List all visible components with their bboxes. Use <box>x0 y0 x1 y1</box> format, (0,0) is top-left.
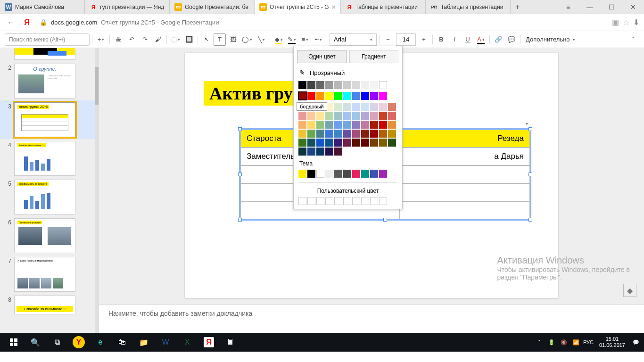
slide-thumb[interactable]: Участие группы в мероприятиях <box>14 257 75 292</box>
custom-swatch[interactable] <box>316 197 324 205</box>
font-size-input[interactable]: 14 <box>396 33 416 46</box>
color-swatch[interactable] <box>334 81 342 89</box>
color-swatch[interactable] <box>370 92 378 100</box>
menu-search-input[interactable]: Поиск по меню (Alt+/) <box>5 33 90 46</box>
yandex-taskbar[interactable]: Я <box>198 333 220 352</box>
slide-thumb[interactable]: Спасибо за внимание!!! <box>14 296 75 314</box>
action-center-icon[interactable]: 💬 <box>631 337 641 347</box>
image-tool[interactable]: 🖼 <box>227 33 239 46</box>
browser-tab-active[interactable]: ▭Отчет группы 2Ст5 - G× <box>255 0 341 14</box>
italic-button[interactable]: I <box>448 33 461 46</box>
explore-button[interactable]: ◆ <box>623 284 636 297</box>
color-swatch[interactable] <box>343 92 351 100</box>
color-swatch[interactable] <box>352 121 360 129</box>
slide-panel[interactable]: 2 О группе. Lorem ipsum dolor sit amet c… <box>0 48 99 333</box>
table-cell[interactable]: Резеда <box>400 130 530 148</box>
color-swatch[interactable] <box>325 92 333 100</box>
color-swatch[interactable] <box>298 112 306 120</box>
custom-swatch[interactable] <box>343 197 351 205</box>
color-swatch[interactable] <box>352 81 360 89</box>
slide-thumb-wrap[interactable]: 2 О группе. Lorem ipsum dolor sit amet c… <box>0 62 99 100</box>
insert-comment-button[interactable]: 💬 <box>505 33 518 46</box>
custom-swatch[interactable] <box>379 197 387 205</box>
explorer-taskbar[interactable]: 📁 <box>133 333 155 352</box>
textbox-tool[interactable]: T <box>214 33 226 46</box>
clock[interactable]: 15:01 01.06.2017 <box>595 336 629 348</box>
table-cell[interactable]: а Дарья <box>400 148 530 165</box>
additional-menu[interactable]: Дополнительно▾ <box>523 36 578 43</box>
table-cell[interactable] <box>400 183 530 201</box>
color-swatch[interactable] <box>370 139 378 147</box>
color-swatch[interactable] <box>307 112 315 120</box>
color-swatch[interactable] <box>379 81 387 89</box>
color-swatch[interactable] <box>370 103 378 111</box>
color-swatch[interactable] <box>316 121 324 129</box>
color-swatch[interactable] <box>370 121 378 129</box>
insert-link-button[interactable]: 🔗 <box>492 33 504 46</box>
slide-thumb[interactable] <box>14 48 75 60</box>
color-swatch[interactable] <box>379 112 387 120</box>
color-swatch[interactable] <box>307 92 315 100</box>
color-swatch[interactable] <box>298 121 306 129</box>
zoom-button[interactable]: ⬚▾ <box>169 33 182 46</box>
tab-gradient[interactable]: Градиент <box>349 50 398 63</box>
yandex-browser-taskbar[interactable]: Y <box>68 333 90 352</box>
color-swatch[interactable] <box>343 112 351 120</box>
redo-button[interactable]: ↷ <box>139 33 151 46</box>
color-swatch[interactable] <box>307 130 315 138</box>
border-color-button[interactable]: ✎▾ <box>286 33 298 46</box>
edge-taskbar[interactable]: e <box>90 333 111 352</box>
color-swatch[interactable] <box>343 130 351 138</box>
color-swatch[interactable] <box>370 112 378 120</box>
task-view-button[interactable]: ⧉ <box>46 333 68 352</box>
fill-color-button[interactable]: ◆▾ <box>272 33 285 46</box>
color-swatch[interactable] <box>334 170 342 178</box>
color-swatch[interactable] <box>361 103 369 111</box>
color-swatch[interactable] <box>379 139 387 147</box>
slide-thumb[interactable]: Успеваемость за семестр <box>14 180 75 214</box>
word-taskbar[interactable]: W <box>155 333 176 352</box>
start-button[interactable] <box>3 333 25 352</box>
color-swatch[interactable] <box>307 170 315 178</box>
border-dash-button[interactable]: ┅▾ <box>312 33 324 46</box>
color-swatch[interactable] <box>316 92 324 100</box>
maximize-button[interactable]: ☐ <box>601 0 622 14</box>
color-swatch[interactable] <box>388 112 396 120</box>
color-swatch[interactable] <box>343 139 351 147</box>
scrollbar[interactable] <box>95 48 99 333</box>
color-swatch[interactable] <box>370 130 378 138</box>
color-swatch[interactable] <box>370 81 378 89</box>
slide-thumb-wrap[interactable] <box>0 48 99 62</box>
color-swatch[interactable] <box>334 148 342 156</box>
yandex-logo-icon[interactable]: Я <box>21 16 33 29</box>
color-swatch[interactable] <box>325 121 333 129</box>
color-swatch[interactable] <box>343 170 351 178</box>
color-swatch[interactable] <box>298 139 306 147</box>
color-swatch[interactable] <box>352 139 360 147</box>
color-swatch[interactable] <box>334 121 342 129</box>
underline-button[interactable]: U <box>462 33 474 46</box>
color-swatch[interactable] <box>343 81 351 89</box>
custom-swatch[interactable] <box>298 197 306 205</box>
color-swatch[interactable] <box>316 81 324 89</box>
slide-thumb-wrap[interactable]: 4 Количество за семестр <box>0 139 99 178</box>
custom-swatch[interactable] <box>325 197 333 205</box>
back-button[interactable]: ← <box>5 16 17 29</box>
browser-tab[interactable]: ▭Google Презентации: бе <box>170 0 255 14</box>
color-swatch[interactable] <box>298 170 306 178</box>
color-swatch[interactable] <box>298 92 306 100</box>
color-swatch[interactable] <box>361 130 369 138</box>
slide-thumb[interactable]: О группе. Lorem ipsum dolor sit amet con… <box>14 64 75 99</box>
language-indicator[interactable]: РУС <box>583 339 594 345</box>
slide-thumb-wrap[interactable]: 6 Принимали участие <box>0 216 99 255</box>
color-swatch[interactable] <box>325 148 333 156</box>
slide-thumb[interactable]: Принимали участие <box>14 218 75 253</box>
slide-thumb-wrap[interactable]: 7 Участие группы в мероприятиях <box>0 255 99 294</box>
select-tool[interactable]: ↖ <box>200 33 213 46</box>
color-swatch[interactable] <box>334 92 342 100</box>
color-swatch[interactable] <box>361 81 369 89</box>
color-swatch[interactable] <box>316 170 324 178</box>
tab-solid-color[interactable]: Один цвет <box>297 50 347 63</box>
speaker-notes[interactable]: Нажмите, чтобы добавить заметки докладчи… <box>99 304 644 333</box>
custom-swatch[interactable] <box>334 197 342 205</box>
